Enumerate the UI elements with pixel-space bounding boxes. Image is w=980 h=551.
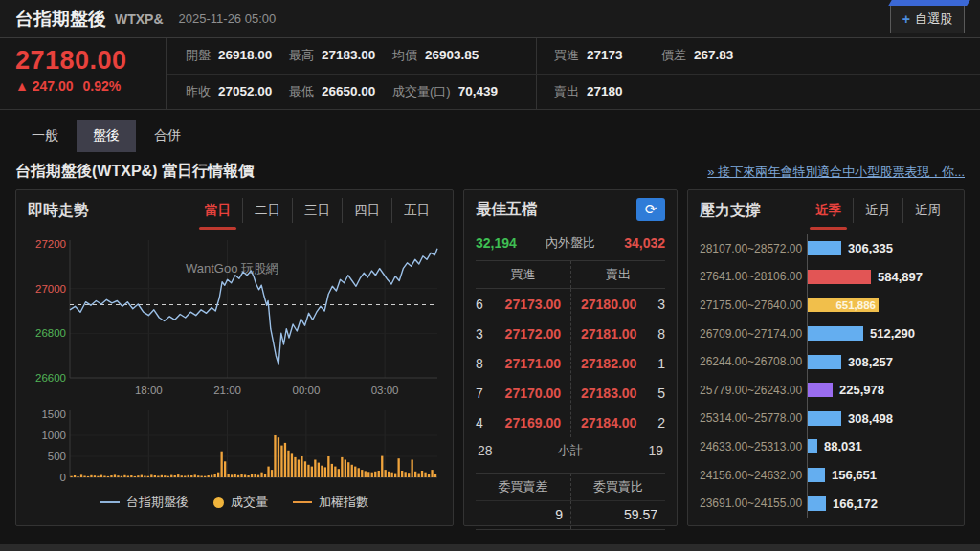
price-block: 27180.00 ▲ 247.00 0.92% [0,38,167,109]
stat-prev-close: 昨收27052.00 [186,83,289,100]
quote-datetime: 2025-11-26 05:00 [179,11,277,26]
pressure-tab-近季[interactable]: 近季 [804,198,853,223]
svg-text:1000: 1000 [41,430,66,441]
blue-banner-decoration [888,0,969,6]
trend-period-tabs: 當日二日三日四日五日 [193,198,441,223]
pressure-row[interactable]: 26244.00~26708.00308,257 [700,347,952,376]
pressure-period-tabs: 近季近月近周 [804,198,952,223]
add-watchlist-button[interactable]: + 自選股 [890,5,965,33]
pressure-row[interactable]: 24633.00~25313.0088,031 [700,432,952,461]
legend-weighted-index[interactable]: 加權指數 [293,494,368,511]
price-range-label: 24633.00~25313.00 [700,440,807,453]
outer-total: 34,032 [624,235,665,251]
trend-tab-二日[interactable]: 二日 [242,198,292,223]
bar-value: 306,335 [848,241,893,255]
pressure-row[interactable]: 25779.00~26243.00225,978 [700,376,952,405]
orderbook-row[interactable]: 727170.0027183.005 [476,378,665,408]
price-range-label: 26244.00~26708.00 [700,355,807,368]
dot-swatch-yellow-icon [213,497,224,508]
pressure-row[interactable]: 25314.00~25778.00308,498 [700,405,952,433]
svg-text:0: 0 [60,472,66,483]
svg-text:27200: 27200 [35,238,66,250]
pressure-bar [808,411,841,426]
pressure-title: 壓力支撐 [700,201,761,221]
svg-text:1500: 1500 [41,408,66,420]
pressure-bar [808,496,826,511]
trend-tab-五日[interactable]: 五日 [391,198,441,223]
price-change: ▲ 247.00 0.92% [15,78,150,94]
ratio2-label: 委買賣比 [570,474,665,500]
bar-value: 88,031 [824,439,862,453]
instrument-code: WTXP& [115,11,164,27]
svg-text:00:00: 00:00 [293,385,321,396]
trend-tab-三日[interactable]: 三日 [292,198,342,223]
price-range-label: 28107.00~28572.00 [700,242,807,255]
pressure-row[interactable]: 23691.00~24155.00166,172 [700,489,952,518]
refresh-button[interactable]: ⟳ [636,198,665,221]
market-mode-tabs: 一般盤後合併 [0,110,980,152]
inner-total: 32,194 [476,235,517,251]
bar-value: 308,257 [848,355,893,369]
svg-text:03:00: 03:00 [371,385,399,396]
stat-bid: 買進27173 [554,47,661,64]
trend-tab-當日[interactable]: 當日 [193,198,242,223]
ratio-label: 內外盤比 [517,234,624,252]
bar-value: 584,897 [878,270,923,284]
subtotal-label: 小計 [516,442,625,459]
svg-text:18:00: 18:00 [135,385,163,396]
trend-tab-四日[interactable]: 四日 [342,198,391,223]
pressure-row[interactable]: 28107.00~28572.00306,335 [700,234,952,263]
add-watchlist-label: 自選股 [915,11,952,28]
legend-volume[interactable]: 成交量 [213,494,268,511]
orderbook-row[interactable]: 427169.0027184.002 [476,408,665,437]
pressure-support-panel: 壓力支撐 近季近月近周 28107.00~28572.00306,3352764… [687,189,965,526]
promo-article-link[interactable]: » 接下來兩年會特別適合中小型股票表現，你... [707,164,965,181]
orderbook-row[interactable]: 827171.0027182.001 [476,348,665,378]
diff-label: 委買賣差 [476,474,570,500]
trend-panel-header: 即時走勢 當日二日三日四日五日 [28,198,441,223]
bar-value: 225,978 [839,383,884,397]
price-range-label: 26709.00~27174.00 [700,327,807,341]
instrument-title: 台指期盤後 [15,7,106,32]
sell-column-header: 賣出 [570,261,665,288]
pressure-tab-近月[interactable]: 近月 [853,198,902,223]
pressure-row[interactable]: 27175.00~27640.00651,886 [700,291,952,320]
pressure-row[interactable]: 27641.00~28106.00584,897 [700,263,952,292]
bottom-strip [0,544,980,551]
stat-spread: 價差267.83 [661,47,733,64]
sell-total: 19 [625,443,663,458]
section-row: 台指期盤後(WTXP&) 當日行情報價 » 接下來兩年會特別適合中小型股票表現，… [0,152,980,189]
intraday-trend-panel: 即時走勢 當日二日三日四日五日 WantGoo 玩股網2720027000268… [15,189,454,526]
orderbook-rows: 627173.0027180.003327172.0027181.0088271… [476,289,665,437]
best-five-panel: 最佳五檔 ⟳ 32,194 內外盤比 34,032 買進 賣出 627173.0… [463,189,678,526]
stat-volume: 成交量(口)70,439 [392,83,536,100]
orderbook-row[interactable]: 327172.0027181.008 [476,319,665,348]
pressure-bar: 651,886 [808,298,879,312]
bar-value: 512,290 [870,326,915,341]
pressure-bar [808,270,871,284]
pressure-row[interactable]: 26709.00~27174.00512,290 [700,320,952,348]
orderbook-row[interactable]: 627173.0027180.003 [476,289,665,319]
panels-container: 即時走勢 當日二日三日四日五日 WantGoo 玩股網2720027000268… [0,189,980,526]
quote-band: 27180.00 ▲ 247.00 0.92% 開盤26918.00 最高271… [0,38,980,110]
stat-high: 最高27183.00 [289,47,392,64]
pressure-bar [808,439,817,453]
bar-value: 651,886 [835,299,876,311]
svg-text:500: 500 [48,451,66,462]
pressure-bar [808,355,841,369]
buy-column-header: 買進 [476,261,570,288]
tab-盤後[interactable]: 盤後 [77,120,136,152]
last-price: 27180.00 [15,46,150,76]
tab-合併[interactable]: 合併 [138,120,197,152]
legend-futures[interactable]: 台指期盤後 [100,494,189,511]
pressure-tab-近周[interactable]: 近周 [902,198,952,223]
price-range-label: 23691.00~24155.00 [700,496,807,510]
trend-chart[interactable]: WantGoo 玩股網2720027000268002660018:0021:0… [28,232,443,489]
subtotal-row: 28 小計 19 [476,437,665,465]
pressure-row[interactable]: 24156.00~24632.00156,651 [700,461,952,490]
best-five-header: 最佳五檔 ⟳ [476,198,665,221]
up-arrow-icon: ▲ [15,78,29,94]
stat-low: 最低26650.00 [289,83,392,100]
tab-一般[interactable]: 一般 [15,120,75,152]
order-diff-values: 9 59.57 [476,501,665,530]
